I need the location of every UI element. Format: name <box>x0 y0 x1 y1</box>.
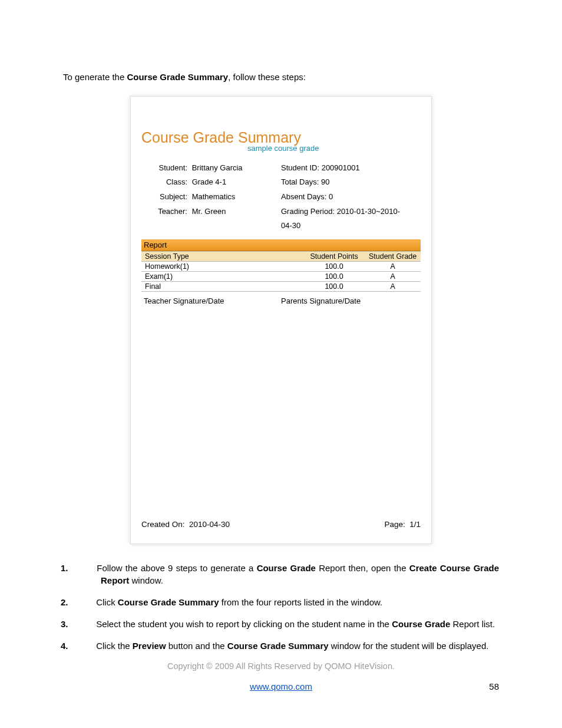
step-number: 2. <box>81 596 94 608</box>
copyright: Copyright © 2009 All Rights Reserved by … <box>63 661 499 671</box>
cell-type: Homework(1) <box>141 261 303 271</box>
footer-link[interactable]: www.qomo.com <box>250 681 312 691</box>
report-page-label: Page: <box>384 520 405 529</box>
grades-table: Session Type Student Points Student Grad… <box>141 251 421 292</box>
step-bold: Course Grade <box>392 619 450 629</box>
lbl-subject: Subject: <box>152 190 187 205</box>
report-footer: Created On: 2010-04-30 Page: 1/1 <box>141 520 421 529</box>
cell-points: 100.0 <box>303 281 365 291</box>
val-class: Grade 4-1 <box>192 177 227 186</box>
step-text: from the four reports listed in the wind… <box>219 597 383 607</box>
section-band-report: Report <box>141 239 421 251</box>
cell-type: Exam(1) <box>141 271 303 281</box>
val-teacher: Mr. Green <box>192 207 226 216</box>
info-col-right: Student ID: 200901001 Total Days: 90 Abs… <box>281 161 410 233</box>
table-row: Homework(1)100.0A <box>141 261 421 271</box>
page-number: 58 <box>464 681 499 691</box>
cell-grade: A <box>365 261 421 271</box>
val-student: Brittany Garcia <box>192 163 243 172</box>
created-on-value: 2010-04-30 <box>189 520 230 529</box>
step-text: Select the student you wish to report by… <box>96 619 392 629</box>
step-item: 4. Click the Preview button and the Cour… <box>81 640 499 652</box>
step-text: Follow the above 9 steps to generate a <box>97 563 256 573</box>
step-item: 3. Select the student you wish to report… <box>81 618 499 630</box>
step-number: 4. <box>81 640 94 652</box>
step-text: window for the student will be displayed… <box>329 641 489 651</box>
cell-points: 100.0 <box>303 271 365 281</box>
info-grid: Student: Brittany Garcia Class: Grade 4-… <box>152 161 410 233</box>
info-col-left: Student: Brittany Garcia Class: Grade 4-… <box>152 161 281 233</box>
col-session-type: Session Type <box>141 251 303 261</box>
step-text: window. <box>129 575 163 585</box>
intro-prefix: To generate the <box>63 72 127 82</box>
step-text: Report then, open the <box>316 563 409 573</box>
intro-bold: Course Grade Summary <box>127 72 228 82</box>
lbl-teacher: Teacher: <box>152 205 187 219</box>
step-text: Click <box>96 597 118 607</box>
intro-suffix: , follow these steps: <box>228 72 306 82</box>
lbl-class: Class: <box>152 175 187 190</box>
report-page-value: 1/1 <box>409 520 421 529</box>
report-panel: Course Grade Summary sample course grade… <box>130 96 432 544</box>
lbl-student: Student: <box>152 161 187 176</box>
cell-points: 100.0 <box>303 261 365 271</box>
signature-row: Teacher Signature/Date Parents Signature… <box>141 295 421 307</box>
steps-list: 1. Follow the above 9 steps to generate … <box>63 562 499 652</box>
step-number: 1. <box>81 562 94 574</box>
parent-signature: Parents Signature/Date <box>281 297 418 305</box>
cell-grade: A <box>365 271 421 281</box>
report-page: Page: 1/1 <box>384 520 421 529</box>
col-student-grade: Student Grade <box>365 251 421 261</box>
cell-type: Final <box>141 281 303 291</box>
document-page: To generate the Course Grade Summary, fo… <box>0 0 562 715</box>
step-bold: Course Grade Summary <box>118 597 219 607</box>
val-totaldays: Total Days: 90 <box>281 175 410 190</box>
step-bold: Course Grade <box>257 563 316 573</box>
step-bold: Preview <box>133 641 166 651</box>
step-bold: Course Grade Summary <box>227 641 329 651</box>
report-subtitle: sample course grade <box>247 144 421 153</box>
col-student-points: Student Points <box>303 251 365 261</box>
page-footer: www.qomo.com 58 <box>63 681 499 691</box>
intro-paragraph: To generate the Course Grade Summary, fo… <box>63 71 499 84</box>
step-item: 2. Click Course Grade Summary from the f… <box>81 596 499 608</box>
table-header-row: Session Type Student Points Student Grad… <box>141 251 421 261</box>
step-text: Click the <box>96 641 133 651</box>
created-on: Created On: 2010-04-30 <box>141 520 230 529</box>
step-text: button and the <box>166 641 227 651</box>
cell-grade: A <box>365 281 421 291</box>
step-number: 3. <box>81 618 94 630</box>
created-on-label: Created On: <box>141 520 185 529</box>
table-row: Final100.0A <box>141 281 421 291</box>
val-absentdays: Absent Days: 0 <box>281 190 410 205</box>
val-gradingperiod: Grading Period: 2010-01-30~2010-04-30 <box>281 205 410 233</box>
val-studentid: Student ID: 200901001 <box>281 161 410 176</box>
step-item: 1. Follow the above 9 steps to generate … <box>81 562 499 587</box>
step-text: Report list. <box>450 619 495 629</box>
table-row: Exam(1)100.0A <box>141 271 421 281</box>
teacher-signature: Teacher Signature/Date <box>144 297 281 305</box>
val-subject: Mathematics <box>192 192 236 201</box>
